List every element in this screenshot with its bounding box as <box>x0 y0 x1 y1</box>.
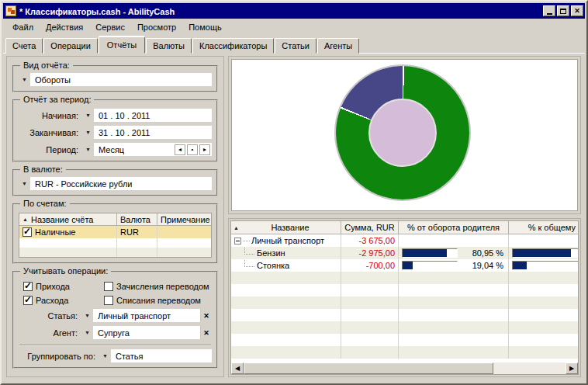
empty-row <box>231 346 578 359</box>
category-clear-button[interactable]: ✕ <box>200 309 212 322</box>
account-note <box>157 226 211 238</box>
col-sum[interactable]: Сумма, RUR <box>341 221 399 234</box>
dropdown-arrow-button[interactable]: ▼ <box>81 309 93 322</box>
accounts-col-name[interactable]: ▲Название счёта <box>19 213 117 226</box>
chart-panel <box>228 56 581 214</box>
dropdown-arrow-button[interactable]: ▼ <box>19 73 30 86</box>
period-step-label: Период: <box>19 145 82 154</box>
operations-group-label: Учитывать операции: <box>20 266 111 276</box>
percent-bar <box>512 261 578 270</box>
account-row-cash[interactable]: Наличные RUR <box>19 226 211 238</box>
chevron-down-icon: ▼ <box>85 130 91 135</box>
period-next-button[interactable]: ▸ <box>199 144 210 155</box>
app-icon[interactable] <box>5 5 16 16</box>
period-step-value: Месяц <box>99 145 175 154</box>
tree-branch-icon <box>244 248 254 255</box>
tab-operations[interactable]: Операции <box>43 38 97 54</box>
dropdown-arrow-button[interactable]: ▼ <box>82 109 94 122</box>
reports-tab-page: Вид отчёта: ▼ Обороты Отчёт за период: Н… <box>3 53 585 382</box>
income-checkbox[interactable] <box>23 282 33 291</box>
empty-row <box>19 238 211 248</box>
menu-actions[interactable]: Действия <box>40 21 89 33</box>
group-by-combobox[interactable]: ▼ Статья <box>99 349 212 362</box>
period-current-button[interactable]: • <box>187 144 198 155</box>
agent-clear-button[interactable]: ✕ <box>200 326 212 339</box>
chevron-down-icon: ▼ <box>102 353 108 359</box>
tree-line <box>243 241 250 241</box>
dropdown-arrow-button[interactable]: ▼ <box>82 143 94 156</box>
period-start-label: Начиная: <box>19 111 82 120</box>
empty-row <box>231 284 578 297</box>
agent-combobox[interactable]: ▼ Супруга ✕ <box>81 326 212 339</box>
period-end-field[interactable]: ▼ 31 . 10 . 2011 <box>82 126 212 139</box>
percent-bar <box>512 248 578 258</box>
col-total-pct[interactable]: % к общему <box>509 221 578 234</box>
col-name[interactable]: ▲Название <box>231 221 341 234</box>
empty-row <box>231 321 578 334</box>
period-step-combobox[interactable]: ▼ Месяц ◂ • ▸ <box>82 143 212 156</box>
col-parent-pct[interactable]: % от оборота родителя <box>399 221 509 234</box>
period-end-value: 31 . 10 . 2011 <box>99 128 212 137</box>
maximize-button[interactable] <box>557 5 569 16</box>
tab-categories[interactable]: Статьи <box>275 38 316 54</box>
account-checkbox[interactable] <box>22 227 32 237</box>
menu-service[interactable]: Сервис <box>89 21 131 33</box>
report-settings-panel: Вид отчёта: ▼ Обороты Отчёт за период: Н… <box>6 56 224 377</box>
dropdown-arrow-button[interactable]: ▼ <box>81 326 93 339</box>
row-name: Бензин <box>257 248 285 258</box>
report-type-combobox[interactable]: ▼ Обороты <box>19 73 212 86</box>
accounts-table: ▲Название счёта Валюта Примечание Наличн… <box>19 213 212 258</box>
collapse-icon[interactable] <box>234 238 241 245</box>
chevron-down-icon: ▼ <box>85 313 90 318</box>
transfer-in-checkbox[interactable] <box>104 282 113 291</box>
currency-group: В валюте: ▼ RUR - Российские рубли <box>12 169 218 196</box>
tab-agents[interactable]: Агенты <box>317 38 359 54</box>
scroll-right-button[interactable]: ▶ <box>566 362 578 374</box>
close-button[interactable]: ✕ <box>571 5 583 16</box>
dropdown-arrow-button[interactable]: ▼ <box>99 349 111 362</box>
menu-file[interactable]: Файл <box>6 21 40 33</box>
table-row-child[interactable]: Стоянка -700,00 19,04 % <box>231 259 578 272</box>
close-icon: ✕ <box>574 8 580 15</box>
period-prev-button[interactable]: ◂ <box>175 144 185 155</box>
clear-icon: ✕ <box>203 312 209 320</box>
chevron-down-icon: ▼ <box>85 147 91 152</box>
expense-checkbox-label: Расхода <box>36 296 68 305</box>
category-combobox[interactable]: ▼ Личный транспорт ✕ <box>81 309 212 322</box>
window-title: * Классификаторы.cash - AbilityCash <box>19 6 543 16</box>
row-sum: -2 975,00 <box>341 247 399 259</box>
accounts-group: По счетам: ▲Название счёта Валюта Примеч… <box>12 203 218 264</box>
sort-asc-icon: ▲ <box>233 225 239 231</box>
currency-combobox[interactable]: ▼ RUR - Российские рубли <box>19 177 212 190</box>
tab-currencies[interactable]: Валюты <box>146 38 192 54</box>
table-row-parent[interactable]: Личный транспорт -3 675,00 <box>231 234 578 247</box>
report-type-value: Обороты <box>35 75 212 85</box>
accounts-col-note[interactable]: Примечание <box>157 213 211 226</box>
tab-classifiers[interactable]: Классификаторы <box>192 38 274 54</box>
transfer-out-checkbox[interactable] <box>104 296 113 305</box>
scrollbar-track[interactable] <box>493 362 566 374</box>
scroll-left-button[interactable]: ◀ <box>231 362 244 374</box>
table-row-child[interactable]: Бензин -2 975,00 80,95 % <box>231 247 578 259</box>
chart-canvas <box>231 59 578 211</box>
report-table: ▲Название Сумма, RUR % от оборота родите… <box>230 220 579 362</box>
empty-row <box>231 272 578 284</box>
tab-bar: Счета Операции Отчёты Валюты Классификат… <box>3 35 585 53</box>
period-group: Отчёт за период: Начиная: ▼ 01 . 10 . 20… <box>12 99 218 162</box>
pie-chart[interactable] <box>336 66 469 199</box>
menu-view[interactable]: Просмотр <box>131 21 182 33</box>
tab-reports[interactable]: Отчёты <box>99 36 145 54</box>
tab-accounts[interactable]: Счета <box>5 38 43 54</box>
menu-help[interactable]: Помощь <box>182 21 228 33</box>
category-value: Личный транспорт <box>98 311 200 321</box>
expense-checkbox[interactable] <box>23 296 33 305</box>
dropdown-arrow-button[interactable]: ▼ <box>19 177 30 190</box>
percent-bar <box>402 261 458 270</box>
minimize-button[interactable] <box>543 5 555 16</box>
dropdown-arrow-button[interactable]: ▼ <box>82 126 94 139</box>
period-start-field[interactable]: ▼ 01 . 10 . 2011 <box>82 109 212 122</box>
scrollbar-thumb[interactable] <box>244 362 493 374</box>
group-by-label: Группировать по: <box>19 352 99 361</box>
accounts-col-currency[interactable]: Валюта <box>117 213 157 226</box>
horizontal-scrollbar[interactable]: ◀ ▶ <box>230 362 579 375</box>
